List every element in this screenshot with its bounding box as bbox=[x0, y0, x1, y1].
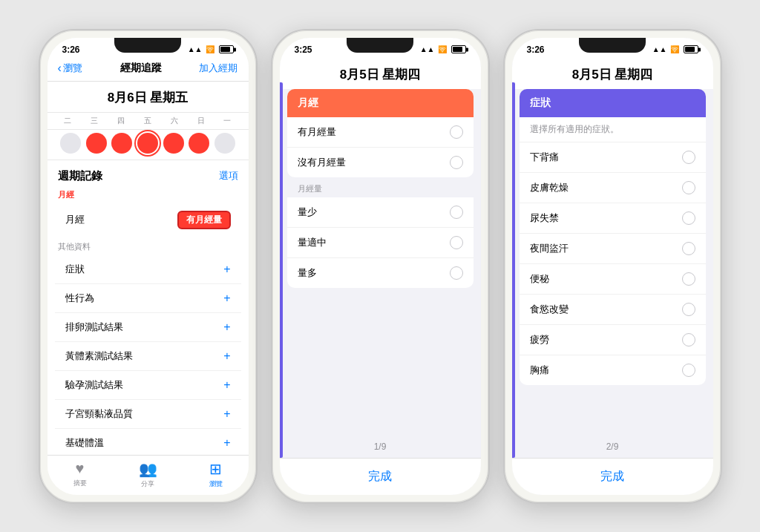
notch-3 bbox=[579, 38, 646, 53]
status-time-3: 3:26 bbox=[527, 45, 545, 55]
weekday-6: 日 bbox=[197, 116, 205, 126]
menstrual-row[interactable]: 月經 有月經量 bbox=[55, 203, 241, 237]
dot-3[interactable] bbox=[111, 133, 132, 154]
wifi-icon-2: 🛜 bbox=[438, 45, 447, 53]
symptom-8[interactable]: 胸痛 bbox=[520, 355, 706, 385]
amount-3-label: 量多 bbox=[298, 266, 317, 280]
phone-3: 3:26 ▲▲ 🛜 8月5日 星期四 症狀 選擇所有適用的症狀。 下背痛 bbox=[503, 29, 722, 504]
page-indicator-3: 2/9 bbox=[512, 385, 713, 458]
dot-1[interactable] bbox=[60, 133, 81, 154]
symptom-5-label: 便秘 bbox=[530, 272, 549, 286]
status-icons-3: ▲▲ 🛜 bbox=[652, 45, 698, 53]
plus-icon-3: + bbox=[223, 321, 230, 334]
back-button-1[interactable]: 瀏覽 bbox=[58, 62, 82, 75]
tab-summary[interactable]: ♥ 摘要 bbox=[73, 460, 87, 488]
radio-s8[interactable] bbox=[682, 364, 695, 377]
symptom-7-label: 疲勞 bbox=[530, 333, 549, 347]
amount-1-label: 量少 bbox=[298, 206, 317, 219]
menstrual-badge: 有月經量 bbox=[177, 211, 231, 229]
radio-s7[interactable] bbox=[682, 333, 695, 347]
weekdays-row: 二 三 四 五 六 日 一 bbox=[48, 113, 249, 130]
tab-browse[interactable]: ⊞ 瀏覽 bbox=[209, 460, 223, 489]
heart-icon: ♥ bbox=[76, 460, 85, 477]
browse-icon: ⊞ bbox=[209, 460, 222, 478]
dot-7[interactable] bbox=[214, 133, 235, 154]
amount-option-2[interactable]: 量適中 bbox=[287, 228, 474, 258]
plus-icon-1: + bbox=[223, 263, 230, 276]
join-period-button[interactable]: 加入經期 bbox=[199, 62, 238, 75]
dot-5[interactable] bbox=[163, 133, 184, 154]
tab-share[interactable]: 👥 分享 bbox=[139, 460, 157, 489]
tab-share-label: 分享 bbox=[141, 479, 154, 489]
symptom-6[interactable]: 食慾改變 bbox=[520, 295, 706, 325]
symptom-4[interactable]: 夜間盜汗 bbox=[520, 234, 706, 264]
records-header: 週期記錄 選項 bbox=[48, 160, 249, 186]
amount-option-1[interactable]: 量少 bbox=[287, 197, 474, 228]
symptoms-desc: 選擇所有適用的症狀。 bbox=[520, 117, 706, 142]
plus-icon-4: + bbox=[223, 349, 230, 363]
amount-option-3[interactable]: 量多 bbox=[287, 258, 474, 288]
plus-icon-5: + bbox=[223, 378, 230, 392]
radio-1[interactable] bbox=[450, 125, 463, 139]
radio-s2[interactable] bbox=[682, 181, 695, 194]
symptoms-section-header: 症狀 bbox=[520, 89, 706, 117]
period-option-2-label: 沒有月經量 bbox=[298, 156, 346, 169]
plus-icon-7: + bbox=[223, 436, 230, 450]
signal-icon-2: ▲▲ bbox=[420, 45, 435, 53]
status-bar-1: 3:26 ▲▲ 🛜 bbox=[48, 38, 249, 59]
radio-2[interactable] bbox=[450, 156, 463, 169]
status-time-2: 3:25 bbox=[295, 45, 312, 55]
other-item-7[interactable]: 基礎體溫 + bbox=[55, 429, 241, 455]
status-bar-2: 3:25 ▲▲ 🛜 bbox=[280, 38, 481, 59]
radio-s4[interactable] bbox=[682, 242, 695, 255]
phone-1: 3:26 ▲▲ 🛜 瀏覽 經期追蹤 加入經期 8月6日 星期五 bbox=[39, 29, 258, 504]
radio-3[interactable] bbox=[450, 206, 463, 219]
other-item-6[interactable]: 子宮頸黏液品質 + bbox=[55, 400, 241, 429]
notch-2 bbox=[347, 38, 413, 53]
back-label: 瀏覽 bbox=[63, 62, 82, 75]
wifi-icon-3: 🛜 bbox=[670, 45, 679, 53]
symptoms-list: 下背痛 皮膚乾燥 尿失禁 夜間盜汗 bbox=[520, 142, 706, 385]
done-button-3[interactable]: 完成 bbox=[512, 458, 713, 495]
menstrual-item-label: 月經 bbox=[65, 213, 85, 226]
symptom-1[interactable]: 下背痛 bbox=[520, 142, 706, 173]
amount-label: 月經量 bbox=[280, 177, 481, 197]
nav-bar-1: 瀏覽 經期追蹤 加入經期 bbox=[48, 59, 249, 82]
amount-options: 量少 量適中 量多 bbox=[287, 197, 474, 288]
wifi-icon-1: 🛜 bbox=[206, 45, 214, 53]
other-item-2[interactable]: 性行為 + bbox=[55, 284, 241, 313]
other-item-4[interactable]: 黃體素測試結果 + bbox=[55, 342, 241, 371]
other-item-3[interactable]: 排卵測試結果 + bbox=[55, 313, 241, 342]
other-item-1[interactable]: 症狀 + bbox=[55, 255, 241, 284]
period-options: 有月經量 沒有月經量 bbox=[287, 117, 474, 177]
symptom-7[interactable]: 疲勞 bbox=[520, 325, 706, 355]
status-bar-3: 3:26 ▲▲ 🛜 bbox=[512, 38, 713, 59]
period-option-1[interactable]: 有月經量 bbox=[287, 117, 474, 148]
other-item-5[interactable]: 驗孕測試結果 + bbox=[55, 371, 241, 400]
menstrual-card: 月經 有月經量 bbox=[55, 203, 241, 237]
symptom-2[interactable]: 皮膚乾燥 bbox=[520, 173, 706, 203]
symptom-3[interactable]: 尿失禁 bbox=[520, 203, 706, 234]
signal-icon-1: ▲▲ bbox=[188, 45, 203, 53]
tab-browse-label: 瀏覽 bbox=[209, 479, 223, 489]
symptom-4-label: 夜間盜汗 bbox=[530, 242, 569, 255]
date-text-2: 8月5日 星期四 bbox=[280, 66, 481, 83]
other-items-card: 症狀 + 性行為 + 排卵測試結果 + 黃體素測試結果 + bbox=[55, 255, 241, 455]
radio-5[interactable] bbox=[450, 266, 463, 280]
weekly-records: 週期記錄 選項 月經 月經 有月經量 其他資料 症狀 + bbox=[48, 160, 249, 455]
radio-s1[interactable] bbox=[682, 151, 695, 164]
dot-4-selected[interactable] bbox=[137, 133, 158, 154]
tab-bar-1: ♥ 摘要 👥 分享 ⊞ 瀏覽 bbox=[48, 455, 249, 495]
period-option-2[interactable]: 沒有月經量 bbox=[287, 148, 474, 177]
done-button-2[interactable]: 完成 bbox=[280, 458, 481, 495]
radio-s6[interactable] bbox=[682, 303, 695, 316]
left-accent-strip-3 bbox=[512, 82, 515, 458]
radio-4[interactable] bbox=[450, 236, 463, 249]
radio-s5[interactable] bbox=[682, 272, 695, 286]
plus-icon-6: + bbox=[223, 407, 230, 421]
records-action[interactable]: 選項 bbox=[219, 169, 238, 183]
symptom-5[interactable]: 便秘 bbox=[520, 264, 706, 295]
dot-2[interactable] bbox=[86, 133, 107, 154]
radio-s3[interactable] bbox=[682, 211, 695, 225]
dot-6[interactable] bbox=[189, 133, 209, 154]
